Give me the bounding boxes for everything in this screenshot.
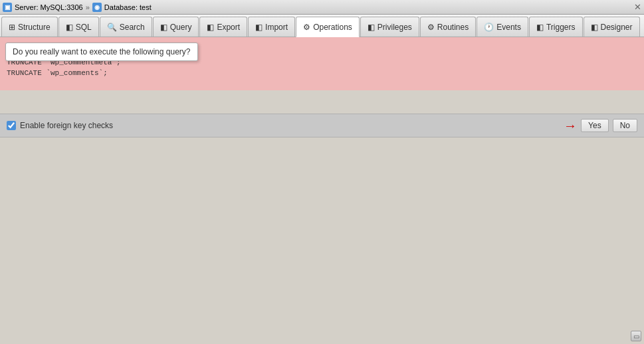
tab-structure-label: Structure [18, 23, 51, 32]
privileges-icon: ◧ [368, 23, 375, 32]
tab-search-label: Search [120, 23, 145, 32]
db-icon: ◉ [92, 3, 102, 12]
events-icon: 🕐 [484, 23, 494, 32]
sql-icon: ◧ [66, 23, 73, 32]
fk-checks-checkbox[interactable] [7, 121, 16, 130]
scroll-handle[interactable]: ▭ [631, 331, 641, 341]
title-bar: ▣ Server: MySQL:3306 » ◉ Database: test … [0, 0, 644, 15]
server-label: Server: MySQL:3306 [15, 3, 83, 11]
confirm-text: Do you really want to execute the follow… [13, 47, 191, 56]
breadcrumb-separator: » [86, 3, 90, 11]
tab-triggers[interactable]: ◧ Triggers [529, 17, 583, 37]
routines-icon: ⚙ [427, 23, 435, 32]
fk-checks-row: Enable foreign key checks → Yes No [0, 114, 644, 137]
tab-export-label: Export [217, 23, 240, 32]
tab-designer-label: Designer [601, 23, 633, 32]
query-area: Do you really want to execute the follow… [0, 37, 644, 90]
no-button[interactable]: No [613, 119, 637, 132]
tab-search[interactable]: 🔍 Search [100, 17, 152, 37]
tab-privileges[interactable]: ◧ Privileges [360, 17, 419, 37]
tab-routines-label: Routines [437, 23, 469, 32]
db-label: Database: test [104, 3, 152, 11]
triggers-icon: ◧ [536, 23, 544, 32]
arrow-area: → Yes No [564, 118, 637, 133]
yes-button[interactable]: Yes [581, 119, 609, 132]
tab-bar: ⊞ Structure ◧ SQL 🔍 Search ◧ Query ◧ Exp… [0, 15, 644, 37]
operations-icon: ⚙ [303, 23, 310, 32]
structure-icon: ⊞ [9, 23, 15, 32]
tab-import-label: Import [265, 23, 288, 32]
tab-sql[interactable]: ◧ SQL [58, 17, 99, 37]
designer-icon: ◧ [591, 23, 598, 32]
tab-routines[interactable]: ⚙ Routines [420, 17, 476, 37]
tab-query-label: Query [170, 23, 192, 32]
tab-operations[interactable]: ⚙ Operations [296, 17, 360, 37]
tab-triggers-label: Triggers [546, 23, 576, 32]
server-icon: ▣ [3, 3, 12, 12]
tab-sql-label: SQL [76, 23, 92, 32]
query-line-2: TRUNCATE `wp_comments`; [7, 68, 637, 78]
title-bar-text: ▣ Server: MySQL:3306 » ◉ Database: test [3, 3, 152, 12]
confirm-dialog: Do you really want to execute the follow… [5, 43, 198, 61]
tab-designer[interactable]: ◧ Designer [584, 17, 640, 37]
tab-events-label: Events [496, 23, 521, 32]
search-icon: 🔍 [107, 23, 117, 32]
tab-export[interactable]: ◧ Export [199, 17, 247, 37]
tab-query[interactable]: ◧ Query [153, 17, 199, 37]
tab-privileges-label: Privileges [377, 23, 412, 32]
tab-events[interactable]: 🕐 Events [477, 17, 528, 37]
arrow-right-icon: → [564, 118, 577, 133]
close-button[interactable]: ✕ [634, 2, 641, 12]
query-icon: ◧ [160, 23, 167, 32]
main-content: Do you really want to execute the follow… [0, 37, 644, 344]
tab-import[interactable]: ◧ Import [248, 17, 295, 37]
tab-structure[interactable]: ⊞ Structure [1, 17, 58, 37]
import-icon: ◧ [255, 23, 263, 32]
tab-operations-label: Operations [313, 23, 352, 32]
fk-checks-text: Enable foreign key checks [20, 121, 113, 130]
fk-checks-label[interactable]: Enable foreign key checks [7, 121, 113, 130]
export-icon: ◧ [207, 23, 214, 32]
